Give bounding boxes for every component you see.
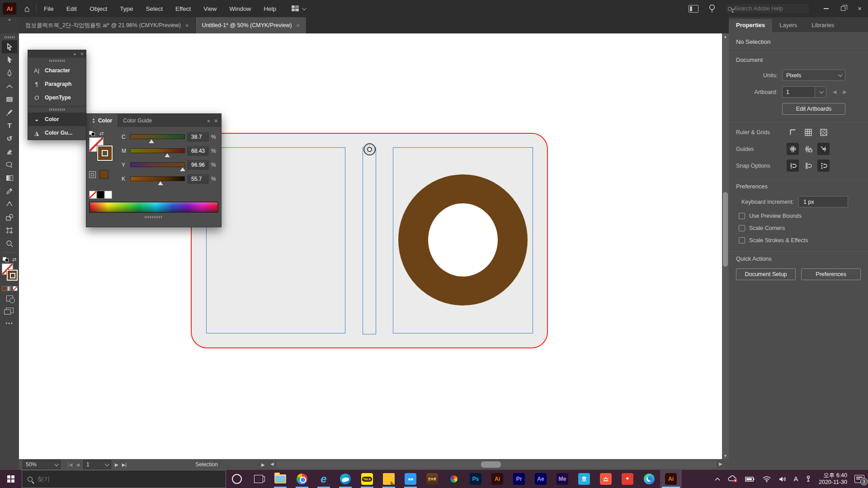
eyedropper-tool[interactable]	[2, 184, 17, 197]
black-swatch[interactable]	[97, 191, 104, 199]
panel-collapse-icon[interactable]: ▲▼	[92, 117, 95, 124]
gradient-tool[interactable]	[2, 171, 17, 184]
drawing-modes-button[interactable]	[6, 296, 13, 301]
menu-window[interactable]: Window	[229, 5, 251, 12]
start-button[interactable]	[0, 470, 22, 488]
out-of-gamut-cube-icon[interactable]	[89, 171, 96, 178]
menu-help[interactable]: Help	[264, 5, 276, 12]
vertical-scrollbar[interactable]: ▲ ▼	[722, 33, 729, 459]
swap-fill-stroke-icon[interactable]: ⇄	[12, 257, 16, 263]
close-panel-icon[interactable]: ×	[80, 52, 83, 56]
curvature-tool[interactable]	[2, 80, 17, 93]
first-artboard-button[interactable]: |◀	[68, 462, 72, 467]
panel-gripper[interactable]	[49, 108, 65, 111]
taskbar-premiere[interactable]: Pr	[508, 470, 530, 488]
units-dropdown[interactable]: Pixels	[782, 70, 845, 81]
panel-item-opentype[interactable]: O OpenType	[28, 91, 86, 104]
rectangle-tool[interactable]	[2, 93, 17, 106]
wifi-icon[interactable]	[762, 476, 771, 483]
menu-file[interactable]: File	[44, 5, 54, 12]
panel-gripper[interactable]	[49, 60, 65, 62]
taskbar-hancom-pdf[interactable]: *	[617, 470, 638, 488]
width-tool[interactable]	[2, 197, 17, 211]
taskbar-chrome[interactable]	[291, 470, 313, 488]
black-value-field[interactable]: 55.7	[188, 174, 208, 183]
edit-artboards-button[interactable]: Edit Artboards	[782, 103, 845, 115]
taskbar-internet-explorer[interactable]: e	[313, 470, 335, 488]
ime-language-indicator[interactable]: A	[794, 475, 798, 483]
taskbar-whale-browser[interactable]	[335, 470, 356, 488]
artwork-left-guide-rect[interactable]	[206, 147, 345, 333]
illustrator-logo[interactable]: Ai	[3, 3, 16, 14]
restore-button[interactable]	[835, 2, 851, 15]
battery-icon[interactable]	[745, 476, 755, 482]
tab-properties[interactable]: Properties	[729, 19, 772, 32]
horizontal-scrollbar[interactable]: ◀ ▶	[270, 460, 722, 469]
collapse-panel-icon[interactable]: «	[207, 118, 210, 123]
tab-layers[interactable]: Layers	[772, 19, 804, 32]
taskbar-band[interactable]: ●●	[400, 470, 421, 488]
swap-fill-stroke-icon[interactable]: ⇄	[99, 131, 104, 136]
panel-resize-gripper[interactable]	[145, 216, 163, 218]
gradient-button[interactable]	[7, 286, 12, 291]
cyan-slider-thumb[interactable]	[149, 139, 154, 143]
horizontal-scroll-thumb[interactable]	[481, 461, 501, 468]
stroke-swatch[interactable]	[7, 270, 18, 281]
panel-item-character[interactable]: A| Character	[28, 64, 86, 77]
status-menu-arrow[interactable]: ▶	[261, 462, 265, 467]
menu-view[interactable]: View	[203, 5, 217, 12]
vertical-scroll-thumb[interactable]	[723, 192, 728, 267]
paintbrush-tool[interactable]	[2, 106, 17, 119]
scale-strokes-effects-checkbox[interactable]	[739, 237, 745, 244]
panel-menu-icon[interactable]: ≡	[215, 118, 217, 123]
magenta-value-field[interactable]: 68.43	[188, 146, 208, 155]
panel-item-color[interactable]: ◒ Color	[28, 113, 86, 126]
workspace-switcher[interactable]	[292, 5, 305, 12]
artwork-donut-shape[interactable]	[398, 174, 528, 305]
ime-options-icon[interactable]	[805, 475, 811, 483]
edit-toolbar-button[interactable]: •••	[5, 320, 14, 326]
tab-color-guide[interactable]: Color Guide	[118, 114, 157, 127]
close-tab-icon[interactable]: ×	[185, 22, 189, 29]
menu-select[interactable]: Select	[146, 5, 163, 12]
taskbar-creative-cloud[interactable]	[443, 470, 465, 488]
minimize-button[interactable]	[818, 2, 835, 15]
show-rulers-button[interactable]	[787, 126, 799, 138]
artboard-tool[interactable]	[2, 224, 17, 237]
taskbar-hancom-office[interactable]: 호	[573, 470, 595, 488]
scale-corners-checkbox[interactable]	[739, 225, 745, 231]
black-slider-track[interactable]	[130, 176, 185, 181]
taskbar-file-explorer[interactable]	[269, 470, 291, 488]
scroll-left-arrow[interactable]: ◀	[270, 461, 274, 466]
show-grid-button[interactable]	[802, 126, 814, 138]
previous-artboard-button[interactable]: ◀	[76, 462, 80, 467]
tab-color[interactable]: ▲▼ Color	[86, 114, 118, 127]
expand-panels-icon[interactable]: »	[74, 52, 76, 56]
previous-artboard-arrow[interactable]: ◀	[833, 89, 836, 95]
tool-dock-collapse[interactable]: »	[0, 17, 19, 33]
menu-object[interactable]: Object	[90, 5, 107, 12]
stroke-swatch[interactable]	[97, 145, 113, 161]
toolbar-gripper[interactable]	[5, 36, 14, 38]
adobe-help-search[interactable]	[725, 3, 810, 14]
taskbar-search-box[interactable]	[22, 470, 226, 488]
screen-mode-button[interactable]	[6, 308, 14, 313]
white-swatch[interactable]	[104, 191, 112, 199]
keyboard-increment-field[interactable]: 1 px	[798, 196, 848, 207]
color-spectrum-bar[interactable]	[89, 202, 218, 213]
taskbar-fontbarrel[interactable]: 폰트통	[421, 470, 443, 488]
artwork-spine-strip[interactable]	[363, 147, 376, 334]
close-tab-icon[interactable]: ×	[296, 22, 300, 29]
hidden-icons-chevron[interactable]	[714, 477, 721, 481]
shaper-tool[interactable]	[2, 158, 17, 171]
eraser-tool[interactable]	[2, 145, 17, 158]
artwork-eyelet-circle[interactable]	[363, 143, 376, 155]
taskbar-hancom-show[interactable]: 쇼	[595, 470, 617, 488]
tab-libraries[interactable]: Libraries	[804, 19, 841, 32]
cortana-button[interactable]	[226, 470, 248, 488]
taskbar-sticky-notes[interactable]	[378, 470, 400, 488]
show-transparency-grid-button[interactable]	[817, 126, 830, 138]
lock-guides-button[interactable]	[802, 143, 814, 155]
discover-lightbulb-icon[interactable]	[708, 4, 716, 13]
action-center-icon[interactable]: 3	[854, 475, 864, 483]
